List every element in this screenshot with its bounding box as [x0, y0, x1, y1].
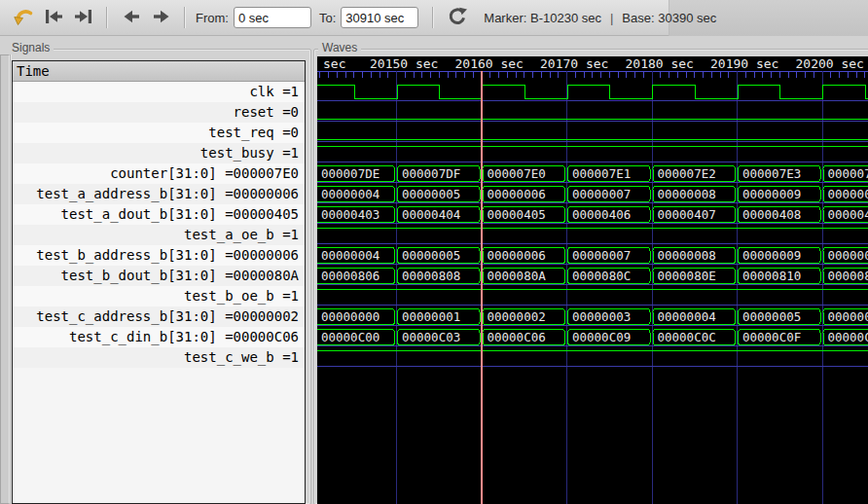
bus-value: 0000000A [828, 187, 868, 201]
reload-button[interactable] [10, 5, 36, 31]
bus-value: 00000002 [488, 309, 546, 324]
toolbar-separator [184, 7, 186, 28]
gtkwave-window: { "toolbar": { "from_label": "From:", "f… [0, 0, 868, 504]
bus-value: 00000005 [402, 187, 460, 201]
to-input[interactable] [341, 7, 418, 28]
signal-row[interactable]: test_a_oe_b =1 [13, 225, 305, 245]
bus-value: 00000404 [402, 207, 460, 222]
signal-row[interactable]: test_c_we_b =1 [13, 347, 305, 368]
signal-row[interactable]: test_c_din_b[31:0] =00000C06 [13, 327, 305, 347]
signal-row[interactable]: reset =0 [13, 102, 305, 123]
bus-value: 000007E0 [488, 166, 546, 181]
signal-row[interactable]: test_b_dout_b[31:0] =0000080A [13, 266, 305, 286]
toolbar: From: To: Marker: B-10230 sec|Base: 3039… [0, 0, 868, 36]
toolbar-separator [432, 7, 434, 28]
timeline-label: 20160 sec [455, 56, 524, 71]
bus-value: 00000006 [488, 248, 546, 263]
bus-value: 00000C0C [658, 330, 716, 344]
bus-value: 00000001 [402, 309, 460, 324]
to-label: To: [319, 11, 336, 25]
bus-value: 00000810 [742, 269, 801, 283]
bus-value: 00000009 [742, 187, 801, 201]
timeline-label: 20150 sec [370, 56, 438, 71]
go-to-start-button[interactable] [40, 5, 66, 31]
bus-value: 00000000 [321, 309, 380, 324]
refresh-icon [446, 5, 469, 31]
timeline-label: 20190 sec [710, 56, 778, 71]
signal-row[interactable]: test_a_address_b[31:0] =00000006 [13, 184, 305, 204]
bus-value: 000007E1 [572, 166, 631, 181]
marker-text: Marker: B-10230 sec [484, 11, 601, 25]
go-last-icon [72, 5, 95, 31]
arrow-right-icon [150, 5, 173, 31]
wave-canvas[interactable]: sec20150 sec20160 sec20170 sec20180 sec2… [317, 56, 868, 504]
bus-value: 00000005 [742, 309, 801, 324]
bus-value: 00000812 [828, 269, 868, 283]
signals-list: Time clk =1reset =0test_req =0test_busy … [12, 60, 306, 504]
bus-value: 00000407 [658, 207, 716, 222]
bus-value: 00000409 [828, 207, 868, 222]
signal-row[interactable]: test_req =0 [13, 123, 305, 143]
go-first-icon [42, 5, 65, 31]
clock-wave [317, 86, 868, 99]
bus-value: 00000C06 [488, 330, 546, 344]
bus-value: 00000003 [572, 309, 631, 324]
timeline-label: 20180 sec [626, 56, 694, 71]
go-to-end-button[interactable] [70, 5, 96, 31]
bus-value: 00000406 [572, 207, 631, 222]
bus-value: 000007DF [402, 166, 460, 181]
refresh-button[interactable] [444, 5, 470, 31]
signal-row[interactable]: test_b_address_b[31:0] =00000006 [13, 245, 305, 266]
bus-value: 00000004 [321, 187, 380, 201]
bus-value: 0000080A [488, 269, 547, 283]
bus-value: 00000C00 [321, 330, 380, 344]
signal-row[interactable]: counter[31:0] =000007E0 [13, 163, 305, 184]
bus-value: 00000006 [828, 309, 868, 324]
bus-value: 0000080E [658, 269, 716, 283]
bus-value: 00000806 [321, 269, 380, 283]
signal-row[interactable]: clk =1 [13, 82, 305, 102]
bus-value: 000007E3 [742, 166, 801, 181]
bus-value: 00000808 [402, 269, 460, 283]
bus-value: 00000C03 [402, 330, 460, 344]
bus-value: 000007DE [321, 166, 380, 181]
bus-value: 00000006 [488, 187, 546, 201]
bus-value: 00000C12 [828, 330, 868, 344]
bus-value: 00000007 [572, 248, 631, 263]
signal-row[interactable]: test_busy =1 [13, 143, 305, 163]
wave-row-clk [317, 86, 868, 99]
bus-value: 00000007 [572, 187, 631, 201]
status-separator: | [610, 11, 613, 25]
timeline-label: sec [323, 56, 345, 71]
bus-value: 00000008 [658, 187, 716, 201]
marker-base-status: Marker: B-10230 sec|Base: 30390 sec [484, 11, 716, 25]
bus-value: 00000C0F [742, 330, 801, 344]
reload-swirl-icon [12, 5, 35, 31]
shift-right-button[interactable] [148, 5, 174, 31]
arrow-left-icon [120, 5, 143, 31]
waves-frame-label: Waves [318, 41, 361, 54]
bus-value: 00000004 [321, 248, 380, 263]
signals-frame-label: Signals [8, 41, 54, 54]
signals-list-rows: clk =1reset =0test_req =0test_busy =1cou… [13, 82, 305, 368]
bus-value: 00000008 [658, 248, 716, 263]
bus-value: 00000009 [742, 248, 801, 263]
toolbar-separator [106, 7, 108, 28]
bus-value: 000007E2 [658, 166, 716, 181]
bus-value: 0000080C [572, 269, 631, 283]
signals-vertical-scrollbar[interactable] [0, 54, 10, 504]
bus-value: 0000000A [828, 248, 868, 263]
bus-value: 00000C09 [572, 330, 631, 344]
base-text: Base: 30390 sec [622, 11, 716, 25]
signal-row[interactable]: test_a_dout_b[31:0] =00000405 [13, 204, 305, 225]
bus-value: 00000005 [402, 248, 460, 263]
signal-row[interactable]: test_c_address_b[31:0] =00000002 [13, 306, 305, 327]
time-column-header: Time [13, 61, 305, 82]
bus-value: 00000408 [742, 207, 801, 222]
timeline-label: 20170 sec [540, 56, 608, 71]
from-input[interactable] [234, 7, 311, 28]
from-label: From: [196, 11, 229, 25]
signal-row[interactable]: test_b_oe_b =1 [13, 286, 305, 306]
shift-left-button[interactable] [118, 5, 144, 31]
bus-value: 000007E4 [828, 166, 868, 181]
